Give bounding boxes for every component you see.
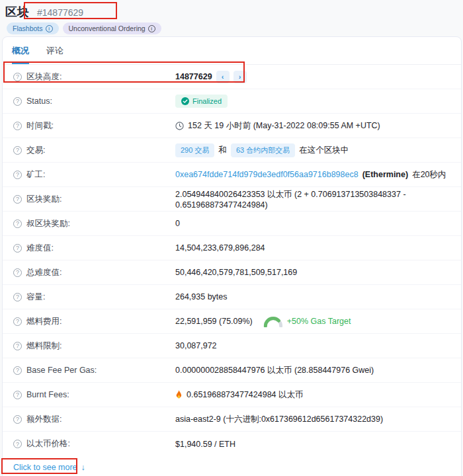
row-status: ? Status: Finalized	[3, 89, 461, 114]
base-fee-label: Base Fee Per Gas:	[26, 366, 97, 375]
status-badge-label: Finalized	[192, 97, 222, 105]
help-icon[interactable]: ?	[13, 415, 22, 424]
status-label: Status:	[26, 97, 52, 106]
size-label: 容量:	[26, 292, 45, 303]
gas-gauge-icon	[263, 316, 283, 327]
flashbots-badge[interactable]: Flashbots i	[7, 22, 59, 34]
transactions-suffix: 在这个区块中	[299, 145, 349, 156]
miner-address-link[interactable]: 0xea674fdde714fd979de3edf0f56aa9716b898e…	[175, 170, 358, 179]
total-difficulty-label: 总难度值:	[26, 267, 62, 278]
clock-icon	[175, 122, 184, 130]
row-eth-price: ? 以太币价格: $1,940.59 / ETH	[3, 432, 461, 456]
row-block-height: ? 区块高度: 14877629 ‹ ›	[3, 65, 461, 89]
help-icon[interactable]: ?	[13, 244, 22, 253]
next-block-button[interactable]: ›	[233, 71, 247, 83]
row-total-difficulty: ? 总难度值: 50,446,420,579,781,509,517,169	[3, 260, 461, 285]
extra-data-value: asia-east2-9 (十六进制:0x617369612d656173743…	[175, 414, 383, 425]
help-icon[interactable]: ?	[13, 146, 22, 155]
status-badge: Finalized	[175, 95, 228, 108]
row-size: ? 容量: 264,935 bytes	[3, 285, 461, 309]
row-base-fee: ? Base Fee Per Gas: 0.000000028858447976…	[3, 358, 461, 383]
help-icon[interactable]: ?	[13, 293, 22, 301]
tab-comments[interactable]: 评论	[46, 45, 63, 64]
base-fee-value: 0.000000028858447976 以太币 (28.858447976 G…	[175, 365, 374, 376]
uncle-reward-label: 叔区块奖励:	[26, 218, 70, 229]
gas-limit-label: 燃料限制:	[26, 340, 62, 352]
row-transactions: ? 交易: 290 交易 和 63 合约内部交易 在这个区块中	[3, 138, 461, 163]
help-icon[interactable]: ?	[13, 195, 22, 204]
timestamp-value: 152 天 19 小时前 (May-31-2022 08:09:55 AM +U…	[188, 120, 380, 132]
gas-target-value: +50% Gas Target	[287, 317, 351, 326]
transactions-count-badge[interactable]: 290 交易	[175, 143, 214, 157]
miner-name: (Ethermine)	[362, 170, 408, 179]
row-difficulty: ? 难度值: 14,504,233,679,896,284	[3, 236, 461, 260]
help-icon[interactable]: ?	[13, 391, 22, 399]
gas-limit-value: 30,087,972	[175, 341, 217, 350]
block-number: #14877629	[34, 6, 86, 19]
help-icon[interactable]: ?	[13, 171, 22, 179]
block-height-label: 区块高度:	[26, 71, 62, 83]
eth-price-value: $1,940.59 / ETH	[175, 440, 235, 449]
help-icon[interactable]: ?	[13, 440, 22, 448]
difficulty-label: 难度值:	[26, 243, 54, 254]
tab-overview[interactable]: 概况	[12, 45, 29, 64]
help-icon[interactable]: ?	[13, 268, 22, 277]
row-extra-data: ? 额外数据: asia-east2-9 (十六进制:0x617369612d6…	[3, 407, 461, 432]
block-height-value: 14877629	[175, 72, 212, 81]
help-icon[interactable]: ?	[13, 317, 22, 326]
row-gas-used: ? 燃料费用: 22,591,959 (75.09%) +50% Gas Tar…	[3, 309, 461, 334]
see-more-label: Click to see more	[13, 463, 77, 472]
burnt-fees-value: 0.651968873477424984 以太币	[187, 389, 304, 401]
tab-bar: 概况 评论	[3, 37, 461, 65]
check-circle-icon	[181, 97, 189, 105]
miner-suffix: 在20秒内	[412, 169, 446, 180]
row-block-reward: ? 区块奖励: 2.054944840026423353 以太币 (2 + 0.…	[3, 187, 461, 212]
transactions-label: 交易:	[26, 145, 45, 156]
info-icon[interactable]: i	[148, 25, 155, 32]
unconventional-ordering-badge[interactable]: Unconventional Ordering i	[63, 22, 161, 34]
block-details-card: 概况 评论 ? 区块高度: 14877629 ‹ › ? Status:	[2, 36, 462, 476]
page-title: 区块	[5, 4, 29, 20]
unconventional-badge-label: Unconventional Ordering	[69, 24, 146, 32]
total-difficulty-value: 50,446,420,579,781,509,517,169	[175, 268, 297, 277]
row-timestamp: ? 时间戳: 152 天 19 小时前 (May-31-2022 08:09:5…	[3, 114, 461, 138]
extra-data-label: 额外数据:	[26, 414, 62, 425]
help-icon[interactable]: ?	[13, 97, 22, 106]
gas-used-value: 22,591,959 (75.09%)	[175, 317, 253, 326]
info-icon[interactable]: i	[46, 25, 53, 32]
help-icon[interactable]: ?	[13, 342, 22, 350]
internal-transactions-badge[interactable]: 63 合约内部交易	[231, 143, 295, 157]
row-uncle-reward: ? 叔区块奖励: 0	[3, 212, 461, 236]
help-icon[interactable]: ?	[13, 122, 22, 130]
help-icon[interactable]: ?	[13, 219, 22, 228]
flashbots-badge-label: Flashbots	[13, 24, 43, 32]
block-reward-label: 区块奖励:	[26, 194, 62, 205]
difficulty-value: 14,504,233,679,896,284	[175, 243, 265, 253]
details-rows: ? 区块高度: 14877629 ‹ › ? Status: Finalized	[3, 65, 461, 456]
help-icon[interactable]: ?	[13, 73, 22, 81]
miner-label: 矿工:	[26, 169, 45, 180]
uncle-reward-value: 0	[175, 219, 180, 228]
burnt-fees-label: Burnt Fees:	[26, 390, 69, 399]
gas-used-label: 燃料费用:	[26, 316, 62, 327]
flame-icon	[175, 390, 183, 400]
click-to-see-more-link[interactable]: Click to see more ↓	[13, 463, 85, 472]
prev-block-button[interactable]: ‹	[216, 71, 230, 83]
page-header: 区块 #14877629 Flashbots i Unconventional …	[0, 0, 463, 34]
help-icon[interactable]: ?	[13, 366, 22, 375]
and-text: 和	[218, 145, 227, 156]
row-gas-limit: ? 燃料限制: 30,087,972	[3, 334, 461, 358]
block-reward-value: 2.054944840026423353 以太币 (2 + 0.70691371…	[175, 189, 450, 210]
timestamp-label: 时间戳:	[26, 120, 54, 132]
down-arrow-icon: ↓	[81, 463, 85, 472]
size-value: 264,935 bytes	[175, 292, 228, 301]
eth-price-label: 以太币价格:	[26, 438, 70, 450]
row-miner: ? 矿工: 0xea674fdde714fd979de3edf0f56aa971…	[3, 163, 461, 187]
row-burnt-fees: ? Burnt Fees: 0.651968873477424984 以太币	[3, 383, 461, 407]
